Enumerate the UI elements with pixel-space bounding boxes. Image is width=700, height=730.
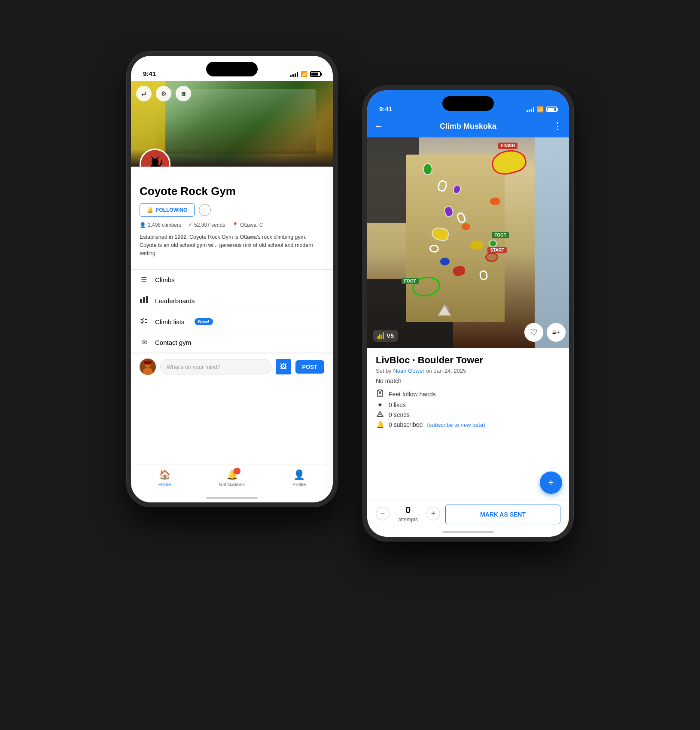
settings-icon-btn[interactable]: ⚙: [156, 86, 171, 101]
log-icon: ≡+: [552, 328, 560, 336]
qr-icon-btn[interactable]: ▦: [176, 86, 191, 101]
home-indicator-right: [442, 531, 494, 533]
new-badge: New!: [195, 318, 213, 325]
subscribe-link[interactable]: (subscribe to new beta): [427, 422, 485, 428]
home-indicator-left: [206, 497, 258, 499]
post-placeholder: What's on your mind?: [167, 364, 220, 370]
status-icons-right: 📶: [527, 106, 557, 113]
climbs-label: Climbs: [155, 276, 175, 283]
svg-rect-8: [143, 297, 145, 303]
sends-stat: ✓ 52,807 sends: [188, 222, 225, 228]
climb-details-section: LivBloc · Boulder Tower Set by Noah Gowe…: [367, 348, 569, 499]
photo-icon: 🖼: [280, 363, 287, 371]
grade-icon: [377, 332, 384, 339]
home-label: Home: [158, 482, 171, 487]
contact-icon: ✉: [140, 338, 148, 347]
clipboard-icon: [376, 389, 384, 398]
attempts-area: 0 attempts: [398, 505, 418, 523]
leaderboards-label: Leaderboards: [155, 297, 195, 304]
likes-count: 0 likes: [389, 402, 406, 408]
climb-match: No match: [376, 377, 560, 384]
fab-add-button[interactable]: +: [540, 471, 562, 494]
notifications-label: Notifications: [219, 482, 245, 487]
transfer-icon-btn[interactable]: ⇄: [136, 86, 152, 101]
climb-stats: Feet follow hands ♥ 0 likes 0: [376, 389, 560, 429]
feet-stat: Feet follow hands: [376, 389, 560, 398]
gym-stats: 👤 1,498 climbers ✓ 52,807 sends 📍 Ottawa…: [140, 222, 324, 228]
post-input-field[interactable]: What's on your mind?: [160, 359, 271, 374]
menu-item-climb-lists[interactable]: Climb lists New!: [131, 311, 333, 332]
heart-icon-float: ♡: [530, 327, 538, 338]
mountain-icon: [376, 411, 384, 418]
gym-info-section: Coyote Rock Gym 🔔 FOLLOWING i 👤: [131, 167, 333, 269]
menu-item-contact[interactable]: ✉ Contact gym: [131, 332, 333, 353]
notification-badge: [234, 468, 240, 474]
volume-button-right: [363, 182, 364, 201]
menu-item-climbs[interactable]: ☰ Climbs: [131, 270, 333, 290]
nav-profile[interactable]: 👤 Profile: [265, 469, 333, 487]
likes-stat: ♥ 0 likes: [376, 401, 560, 408]
nav-home[interactable]: 🏠 Home: [131, 469, 198, 487]
post-button[interactable]: POST: [295, 360, 324, 374]
hold-green-top: [423, 163, 432, 175]
mark-as-sent-button[interactable]: MARK AS SENT: [445, 505, 560, 524]
wifi-icon-right: 📶: [537, 106, 544, 113]
setter-link[interactable]: Noah Gower: [393, 368, 424, 374]
set-date: Jan 24, 2025: [434, 368, 466, 374]
contact-label: Contact gym: [155, 339, 191, 346]
climbs-icon: ☰: [140, 276, 148, 284]
photo-upload-button[interactable]: 🖼: [276, 359, 291, 374]
decrement-button[interactable]: −: [376, 507, 390, 520]
post-area: What's on your mind? 🖼 POST: [131, 353, 333, 380]
phone-right: 9:41 📶 ← Climb Muskoka: [363, 86, 573, 541]
power-button-right: [572, 172, 573, 206]
svg-rect-20: [379, 389, 381, 391]
sends-stat: 0 sends: [376, 411, 560, 418]
coyote-logo-svg: [144, 153, 166, 167]
grade-label: V5: [387, 332, 394, 339]
following-button[interactable]: 🔔 FOLLOWING: [140, 203, 195, 217]
gym-info-button[interactable]: i: [199, 204, 211, 216]
hold-orange-1: [490, 198, 500, 205]
sends-count: 0 sends: [389, 411, 410, 418]
attempts-controls: − 0 attempts +: [376, 505, 440, 523]
gym-cover-photo: ⇄ ⚙ ▦: [131, 81, 333, 167]
top-navigation-bar: ← Climb Muskoka ⋮: [367, 115, 569, 137]
menu-item-leaderboards[interactable]: Leaderboards: [131, 290, 333, 311]
minus-icon: −: [380, 509, 385, 518]
increment-button[interactable]: +: [426, 507, 440, 520]
page-title: Climb Muskoka: [440, 122, 496, 131]
profile-icon: 👤: [293, 469, 305, 481]
gym-menu: ☰ Climbs Leaderboards: [131, 269, 333, 353]
power-button-left: [336, 137, 337, 172]
bell-icon-detail: 🔔: [376, 421, 384, 429]
status-time-left: 9:41: [143, 70, 156, 78]
signal-icon-right: [527, 107, 534, 112]
hold-yellow-2: [470, 240, 483, 250]
climb-setter-info: Set by Noah Gower on Jan 24, 2025: [376, 368, 560, 374]
climb-lists-label: Climb lists: [155, 318, 184, 325]
back-button[interactable]: ←: [374, 121, 383, 132]
nav-notifications[interactable]: 🔔 Notifications: [198, 469, 266, 487]
plus-icon: +: [431, 509, 436, 518]
hold-blue-1: [440, 258, 450, 265]
foot-hold-top: [489, 240, 497, 247]
like-button-float[interactable]: ♡: [524, 323, 543, 342]
cover-icons: ⇄ ⚙ ▦: [136, 86, 191, 101]
transfer-icon: ⇄: [141, 90, 146, 97]
log-button-float[interactable]: ≡+: [547, 323, 566, 342]
grade-badge: V5: [373, 330, 398, 342]
dynamic-island-left: [206, 62, 258, 76]
qr-icon: ▦: [181, 91, 186, 97]
gym-description: Established in 1992, Coyote Rock Gym is …: [140, 233, 324, 257]
silent-switch: [127, 125, 128, 143]
start-hold: [485, 252, 498, 262]
hold-orange-2: [462, 223, 470, 230]
finish-label: FINISH: [498, 143, 517, 149]
more-options-button[interactable]: ⋮: [553, 121, 562, 132]
battery-icon-left: [310, 71, 321, 77]
svg-marker-17: [438, 305, 451, 316]
location-stat: 📍 Ottawa, C: [232, 222, 263, 228]
gear-icon: ⚙: [161, 90, 167, 97]
bell-icon: 🔔: [147, 207, 153, 213]
